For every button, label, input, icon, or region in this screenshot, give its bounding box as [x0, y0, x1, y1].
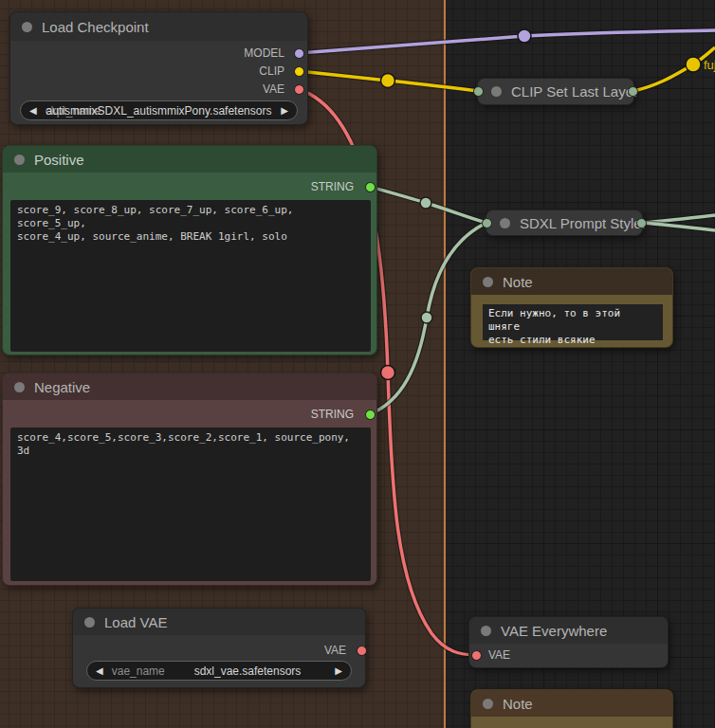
string-output-label: STRING	[311, 180, 354, 193]
node-sdxl-prompt-styler[interactable]: SDXL Prompt Styler	[486, 209, 643, 236]
node-titlebar: Note	[471, 268, 672, 295]
node-title: VAE Everywhere	[501, 623, 607, 639]
collapse-dot-icon[interactable]	[483, 699, 493, 709]
node-title: Load Checkpoint	[42, 19, 149, 35]
node-graph-canvas[interactable]: fujin Load Checkpoint MODEL CLIP VAE ◀ c…	[0, 0, 715, 728]
node-titlebar: Load Checkpoint	[10, 12, 307, 41]
vae-output-label: VAE	[263, 82, 284, 96]
node-titlebar: VAE Everywhere	[469, 617, 668, 644]
string-output-port[interactable]	[365, 410, 376, 420]
collapse-dot-icon[interactable]	[14, 155, 25, 165]
vae-output-label: VAE	[324, 644, 346, 657]
positive-link-dot[interactable]	[420, 197, 431, 209]
node-title: CLIP Set Last Layer	[511, 83, 638, 100]
vae-output-port[interactable]	[357, 646, 367, 656]
vae-input-port[interactable]	[471, 650, 482, 661]
negative-link-dot[interactable]	[421, 312, 432, 323]
node-title: Note	[503, 274, 533, 290]
node-clip-set-last-layer[interactable]: CLIP Set Last Layer	[477, 78, 634, 105]
collapse-dot-icon[interactable]	[84, 617, 95, 628]
collapse-dot-icon[interactable]	[14, 382, 25, 392]
collapse-dot-icon[interactable]	[500, 218, 510, 228]
widget-value: autismmixSDXL_autismmixPony.safetensors	[21, 104, 297, 118]
edge-cutoff-label: fujin	[704, 58, 715, 72]
collapsed-output-port[interactable]	[628, 86, 638, 97]
string-output-label: STRING	[311, 408, 354, 421]
collapsed-input-port[interactable]	[482, 218, 492, 228]
clip-output-port[interactable]	[294, 66, 304, 77]
widget-value: sdxl_vae.safetensors	[87, 664, 351, 678]
positive-prompt-textarea[interactable]: score_9, score_8_up, score_7_up, score_6…	[10, 200, 371, 352]
node-negative-prompt[interactable]: Negative STRING score_4,score_5,score_3,…	[2, 373, 377, 586]
node-vae-everywhere[interactable]: VAE Everywhere VAE	[468, 616, 669, 668]
collapse-dot-icon[interactable]	[481, 626, 491, 636]
clip-link-dot[interactable]	[381, 74, 395, 88]
model-output-port[interactable]	[294, 48, 304, 59]
clip-edge-dot[interactable]	[686, 57, 701, 72]
negative-prompt-textarea[interactable]: score_4,score_5,score_3,score_2,score_1,…	[10, 428, 371, 581]
collapse-dot-icon[interactable]	[22, 22, 32, 32]
collapsed-input-port[interactable]	[473, 86, 484, 97]
node-title: SDXL Prompt Styler	[520, 215, 647, 231]
string-output-port[interactable]	[365, 182, 376, 192]
node-note-bottom[interactable]: Note	[470, 689, 673, 728]
node-load-checkpoint[interactable]: Load Checkpoint MODEL CLIP VAE ◀ ckpt_na…	[9, 11, 308, 125]
node-title: Note	[503, 696, 533, 712]
vae-output-port[interactable]	[294, 84, 304, 95]
vae-link-dot[interactable]	[381, 366, 395, 380]
node-titlebar: Load VAE	[73, 609, 365, 635]
node-title: Positive	[34, 152, 84, 168]
node-titlebar: Note	[471, 690, 672, 717]
node-title: Load VAE	[104, 614, 167, 630]
vae-input-label: VAE	[488, 648, 510, 662]
model-link-dot[interactable]	[518, 29, 531, 43]
collapsed-output-port[interactable]	[636, 218, 647, 228]
collapse-dot-icon[interactable]	[483, 277, 493, 287]
collapse-dot-icon[interactable]	[491, 86, 502, 97]
node-positive-prompt[interactable]: Positive STRING score_9, score_8_up, sco…	[2, 145, 377, 355]
node-note-styles[interactable]: Note Если нужно, то в этой шняге есть ст…	[470, 267, 673, 348]
node-load-vae[interactable]: Load VAE VAE ◀ vae_name sdxl_vae.safeten…	[72, 608, 366, 688]
model-output-label: MODEL	[244, 46, 284, 60]
note-textarea[interactable]: Если нужно, то в этой шняге есть стили в…	[483, 304, 663, 340]
node-titlebar: Positive	[3, 146, 376, 173]
vae-name-widget[interactable]: ◀ vae_name sdxl_vae.safetensors ▶	[86, 661, 352, 681]
node-titlebar: Negative	[3, 373, 376, 400]
ckpt-name-widget[interactable]: ◀ ckpt_name autismmixSDXL_autismmixPony.…	[20, 100, 298, 120]
clip-output-label: CLIP	[259, 64, 284, 78]
node-title: Negative	[34, 379, 90, 395]
